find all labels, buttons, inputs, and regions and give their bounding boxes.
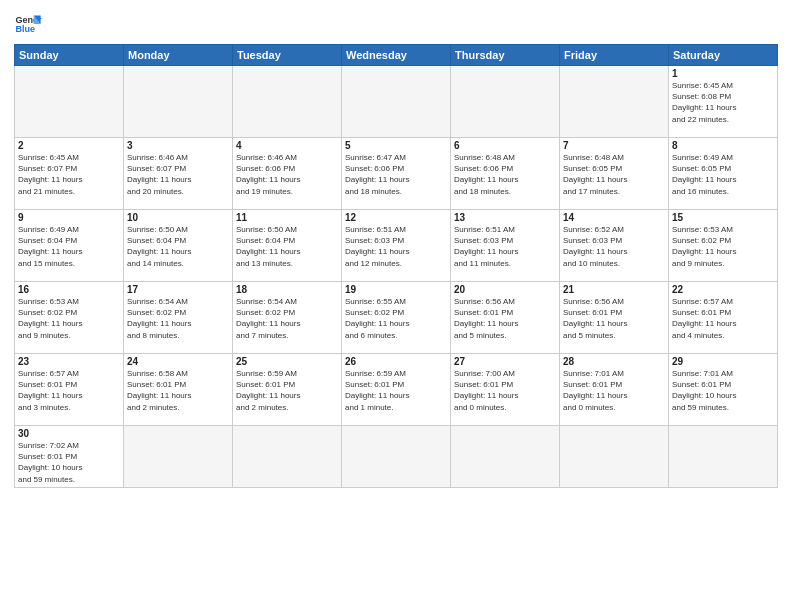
calendar-cell [451, 426, 560, 488]
day-number: 18 [236, 284, 338, 295]
calendar-week-5: 23Sunrise: 6:57 AMSunset: 6:01 PMDayligh… [15, 354, 778, 426]
calendar-cell [669, 426, 778, 488]
day-number: 15 [672, 212, 774, 223]
day-number: 29 [672, 356, 774, 367]
day-info: Sunrise: 6:48 AMSunset: 6:05 PMDaylight:… [563, 152, 665, 197]
day-number: 3 [127, 140, 229, 151]
day-info: Sunrise: 6:46 AMSunset: 6:06 PMDaylight:… [236, 152, 338, 197]
calendar-cell: 29Sunrise: 7:01 AMSunset: 6:01 PMDayligh… [669, 354, 778, 426]
calendar-week-6: 30Sunrise: 7:02 AMSunset: 6:01 PMDayligh… [15, 426, 778, 488]
calendar-week-4: 16Sunrise: 6:53 AMSunset: 6:02 PMDayligh… [15, 282, 778, 354]
day-number: 9 [18, 212, 120, 223]
calendar-cell: 9Sunrise: 6:49 AMSunset: 6:04 PMDaylight… [15, 210, 124, 282]
calendar-cell: 17Sunrise: 6:54 AMSunset: 6:02 PMDayligh… [124, 282, 233, 354]
day-info: Sunrise: 6:51 AMSunset: 6:03 PMDaylight:… [345, 224, 447, 269]
day-number: 20 [454, 284, 556, 295]
weekday-header-thursday: Thursday [451, 45, 560, 66]
page: General Blue SundayMondayTuesdayWednesda… [0, 0, 792, 612]
calendar-week-1: 1Sunrise: 6:45 AMSunset: 6:08 PMDaylight… [15, 66, 778, 138]
logo: General Blue [14, 10, 42, 38]
day-info: Sunrise: 6:59 AMSunset: 6:01 PMDaylight:… [345, 368, 447, 413]
day-info: Sunrise: 6:49 AMSunset: 6:04 PMDaylight:… [18, 224, 120, 269]
day-number: 8 [672, 140, 774, 151]
day-number: 19 [345, 284, 447, 295]
header: General Blue [14, 10, 778, 38]
calendar-cell: 2Sunrise: 6:45 AMSunset: 6:07 PMDaylight… [15, 138, 124, 210]
calendar-cell: 4Sunrise: 6:46 AMSunset: 6:06 PMDaylight… [233, 138, 342, 210]
day-number: 17 [127, 284, 229, 295]
day-info: Sunrise: 6:50 AMSunset: 6:04 PMDaylight:… [236, 224, 338, 269]
weekday-header-saturday: Saturday [669, 45, 778, 66]
day-number: 23 [18, 356, 120, 367]
day-info: Sunrise: 6:46 AMSunset: 6:07 PMDaylight:… [127, 152, 229, 197]
calendar-cell: 26Sunrise: 6:59 AMSunset: 6:01 PMDayligh… [342, 354, 451, 426]
calendar-week-3: 9Sunrise: 6:49 AMSunset: 6:04 PMDaylight… [15, 210, 778, 282]
calendar-cell [233, 426, 342, 488]
calendar-cell: 14Sunrise: 6:52 AMSunset: 6:03 PMDayligh… [560, 210, 669, 282]
calendar-cell [124, 426, 233, 488]
day-info: Sunrise: 6:55 AMSunset: 6:02 PMDaylight:… [345, 296, 447, 341]
day-number: 30 [18, 428, 120, 439]
calendar-cell: 30Sunrise: 7:02 AMSunset: 6:01 PMDayligh… [15, 426, 124, 488]
day-number: 12 [345, 212, 447, 223]
weekday-header-sunday: Sunday [15, 45, 124, 66]
day-number: 10 [127, 212, 229, 223]
day-number: 27 [454, 356, 556, 367]
calendar-cell [451, 66, 560, 138]
day-number: 5 [345, 140, 447, 151]
day-info: Sunrise: 6:59 AMSunset: 6:01 PMDaylight:… [236, 368, 338, 413]
weekday-header-tuesday: Tuesday [233, 45, 342, 66]
weekday-header-friday: Friday [560, 45, 669, 66]
calendar-cell: 10Sunrise: 6:50 AMSunset: 6:04 PMDayligh… [124, 210, 233, 282]
calendar-cell [342, 66, 451, 138]
day-info: Sunrise: 7:02 AMSunset: 6:01 PMDaylight:… [18, 440, 120, 485]
calendar-cell: 1Sunrise: 6:45 AMSunset: 6:08 PMDaylight… [669, 66, 778, 138]
calendar-cell: 24Sunrise: 6:58 AMSunset: 6:01 PMDayligh… [124, 354, 233, 426]
day-info: Sunrise: 7:01 AMSunset: 6:01 PMDaylight:… [563, 368, 665, 413]
calendar-cell: 11Sunrise: 6:50 AMSunset: 6:04 PMDayligh… [233, 210, 342, 282]
calendar-cell: 27Sunrise: 7:00 AMSunset: 6:01 PMDayligh… [451, 354, 560, 426]
day-number: 7 [563, 140, 665, 151]
day-info: Sunrise: 6:52 AMSunset: 6:03 PMDaylight:… [563, 224, 665, 269]
day-number: 4 [236, 140, 338, 151]
day-number: 26 [345, 356, 447, 367]
day-number: 6 [454, 140, 556, 151]
calendar-cell: 28Sunrise: 7:01 AMSunset: 6:01 PMDayligh… [560, 354, 669, 426]
day-number: 25 [236, 356, 338, 367]
day-number: 13 [454, 212, 556, 223]
calendar-cell: 19Sunrise: 6:55 AMSunset: 6:02 PMDayligh… [342, 282, 451, 354]
calendar-cell: 5Sunrise: 6:47 AMSunset: 6:06 PMDaylight… [342, 138, 451, 210]
day-number: 24 [127, 356, 229, 367]
calendar-cell: 13Sunrise: 6:51 AMSunset: 6:03 PMDayligh… [451, 210, 560, 282]
day-number: 1 [672, 68, 774, 79]
calendar-cell [560, 426, 669, 488]
day-number: 28 [563, 356, 665, 367]
day-info: Sunrise: 7:01 AMSunset: 6:01 PMDaylight:… [672, 368, 774, 413]
calendar-cell: 20Sunrise: 6:56 AMSunset: 6:01 PMDayligh… [451, 282, 560, 354]
calendar-cell [342, 426, 451, 488]
day-number: 21 [563, 284, 665, 295]
calendar-cell: 18Sunrise: 6:54 AMSunset: 6:02 PMDayligh… [233, 282, 342, 354]
calendar-cell: 7Sunrise: 6:48 AMSunset: 6:05 PMDaylight… [560, 138, 669, 210]
calendar-cell: 8Sunrise: 6:49 AMSunset: 6:05 PMDaylight… [669, 138, 778, 210]
day-info: Sunrise: 7:00 AMSunset: 6:01 PMDaylight:… [454, 368, 556, 413]
calendar-week-2: 2Sunrise: 6:45 AMSunset: 6:07 PMDaylight… [15, 138, 778, 210]
day-info: Sunrise: 6:50 AMSunset: 6:04 PMDaylight:… [127, 224, 229, 269]
day-info: Sunrise: 6:45 AMSunset: 6:08 PMDaylight:… [672, 80, 774, 125]
calendar-cell [560, 66, 669, 138]
day-info: Sunrise: 6:58 AMSunset: 6:01 PMDaylight:… [127, 368, 229, 413]
calendar-cell: 23Sunrise: 6:57 AMSunset: 6:01 PMDayligh… [15, 354, 124, 426]
logo-icon: General Blue [14, 10, 42, 38]
day-info: Sunrise: 6:54 AMSunset: 6:02 PMDaylight:… [236, 296, 338, 341]
svg-text:Blue: Blue [15, 24, 35, 34]
day-info: Sunrise: 6:53 AMSunset: 6:02 PMDaylight:… [18, 296, 120, 341]
day-info: Sunrise: 6:56 AMSunset: 6:01 PMDaylight:… [563, 296, 665, 341]
day-number: 16 [18, 284, 120, 295]
weekday-header-wednesday: Wednesday [342, 45, 451, 66]
calendar-cell [124, 66, 233, 138]
calendar-cell: 6Sunrise: 6:48 AMSunset: 6:06 PMDaylight… [451, 138, 560, 210]
calendar-cell: 21Sunrise: 6:56 AMSunset: 6:01 PMDayligh… [560, 282, 669, 354]
calendar-cell [15, 66, 124, 138]
weekday-header-row: SundayMondayTuesdayWednesdayThursdayFrid… [15, 45, 778, 66]
day-number: 22 [672, 284, 774, 295]
